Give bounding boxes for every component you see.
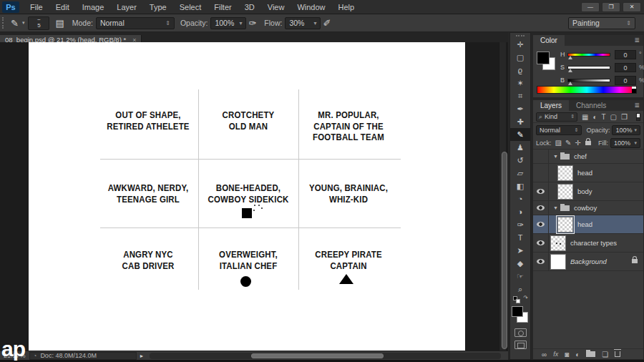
layer-thumbnail[interactable] <box>550 254 566 270</box>
horizontal-scrollbar-thumb[interactable] <box>251 353 384 358</box>
foreground-color-swatch[interactable] <box>512 306 523 317</box>
menu-filter[interactable]: Filter <box>208 0 238 14</box>
hue-value-field[interactable]: 0 <box>615 50 636 59</box>
layer-style-icon[interactable]: fx <box>553 351 558 358</box>
history-brush-tool[interactable]: ↺ <box>510 154 530 167</box>
lasso-tool[interactable]: ϱ <box>510 64 530 77</box>
dodge-tool[interactable]: ◑ <box>510 205 530 218</box>
tool-preset-arrow-icon[interactable]: ▾ <box>22 20 25 26</box>
menu-window[interactable]: Window <box>291 0 331 14</box>
status-flyout-arrow-icon[interactable]: ► <box>140 353 145 358</box>
menu-layer[interactable]: Layer <box>110 0 143 14</box>
menu-file[interactable]: File <box>24 0 49 14</box>
opacity-select[interactable]: 100% ▾ <box>210 17 246 29</box>
gradient-tool[interactable]: ◧ <box>510 180 530 192</box>
menu-3d[interactable]: 3D <box>238 0 261 14</box>
layer-thumbnail[interactable] <box>557 217 573 233</box>
eye-icon[interactable] <box>537 205 545 210</box>
eyedropper-tool[interactable]: ✒ <box>510 102 530 115</box>
filter-type-layers-icon[interactable]: T <box>602 113 606 121</box>
brightness-slider[interactable] <box>567 79 610 82</box>
layer-chef-head[interactable]: head <box>533 164 643 182</box>
menu-edit[interactable]: Edit <box>49 0 76 14</box>
slider-thumb[interactable] <box>568 69 572 72</box>
lock-position-icon[interactable]: ✛ <box>575 139 580 147</box>
eye-icon[interactable] <box>537 222 545 227</box>
saturation-slider[interactable] <box>567 66 610 69</box>
vertical-scrollbar[interactable] <box>499 42 506 351</box>
minimize-button[interactable]: — <box>581 2 600 12</box>
pen-tool[interactable]: ✑ <box>510 218 530 231</box>
new-layer-icon[interactable]: ❏ <box>602 351 608 358</box>
menu-help[interactable]: Help <box>332 0 361 14</box>
brightness-value-field[interactable]: 0 <box>615 76 636 85</box>
zoom-tool[interactable]: ⌕ <box>510 283 530 295</box>
layer-thumbnail[interactable] <box>557 165 573 181</box>
default-background-icon[interactable] <box>516 299 520 303</box>
panel-menu-icon[interactable]: ≣ <box>634 35 643 46</box>
filter-smart-objects-icon[interactable]: ❐ <box>621 113 628 121</box>
layer-cowboy-head-selected[interactable]: head <box>533 215 643 234</box>
brush-tool[interactable]: ✎ <box>510 128 530 141</box>
delete-layer-icon[interactable] <box>615 351 620 357</box>
layer-group-chef[interactable]: ▼ chef <box>533 150 643 164</box>
tab-layers[interactable]: Layers <box>533 100 569 111</box>
add-mask-icon[interactable]: ◙ <box>565 351 569 358</box>
vertical-scrollbar-thumb[interactable] <box>502 152 507 349</box>
current-tool-icon[interactable]: ✎ <box>11 18 19 29</box>
close-button[interactable]: ✕ <box>623 2 641 12</box>
clone-stamp-tool[interactable]: ♟ <box>510 141 530 154</box>
lock-all-icon[interactable] <box>585 141 591 145</box>
healing-brush-tool[interactable]: ✚ <box>510 115 530 128</box>
swap-colors-icon[interactable]: ↷ <box>523 295 528 301</box>
quick-mask-button[interactable] <box>514 328 527 337</box>
visibility-toggle[interactable] <box>533 182 549 200</box>
shape-tool[interactable]: ◆ <box>510 257 530 270</box>
magic-wand-tool[interactable]: ✶ <box>510 77 530 89</box>
type-tool[interactable]: T <box>510 231 530 244</box>
saturation-value-field[interactable]: 0 <box>615 63 636 72</box>
black-swatch[interactable] <box>632 89 636 93</box>
filter-toggle-switch[interactable] <box>636 113 640 121</box>
airbrush-toggle-icon[interactable]: ✐ <box>323 18 331 29</box>
visibility-toggle[interactable] <box>533 150 549 163</box>
layer-opacity-select[interactable]: 100% ▾ <box>612 125 640 135</box>
tablet-pressure-opacity-icon[interactable]: ✑ <box>248 18 256 29</box>
visibility-toggle[interactable] <box>533 215 549 233</box>
move-tool[interactable]: ✛ <box>510 38 530 51</box>
toolbar-grip[interactable] <box>516 35 525 36</box>
filter-shape-layers-icon[interactable]: ▢ <box>610 113 617 121</box>
group-expand-icon[interactable]: ▼ <box>553 154 558 159</box>
eye-icon[interactable] <box>537 259 545 264</box>
eye-icon[interactable] <box>537 240 545 245</box>
slider-thumb[interactable] <box>568 56 572 59</box>
brush-preset-picker[interactable]: ~ 5 <box>28 16 49 30</box>
default-colors-control[interactable]: ↷ <box>512 296 529 304</box>
filter-adjustment-layers-icon[interactable]: ◐ <box>592 113 597 121</box>
lock-paint-icon[interactable]: ✎ <box>565 139 571 147</box>
layer-group-cowboy[interactable]: ▼ cowboy <box>533 201 643 215</box>
canvas[interactable]: OUT OF SHAPE,RETIRED ATHELETE CROTCHETYO… <box>29 42 465 351</box>
hue-slider[interactable] <box>567 53 610 57</box>
layer-character-types[interactable]: character types <box>533 234 643 253</box>
visibility-toggle[interactable] <box>533 164 549 182</box>
workspace-select[interactable]: Painting ⇕ <box>568 17 635 29</box>
brush-panel-toggle-icon[interactable]: ▤ <box>55 18 64 29</box>
foreground-color-swatch[interactable] <box>537 52 550 64</box>
new-group-icon[interactable] <box>586 351 595 357</box>
color-spectrum-ramp[interactable] <box>537 86 637 94</box>
marquee-tool[interactable]: ▢ <box>510 51 530 64</box>
blur-tool[interactable]: ◔ <box>510 192 530 205</box>
eraser-tool[interactable]: ▱ <box>510 167 530 180</box>
panel-menu-icon[interactable]: ≣ <box>634 100 643 111</box>
eye-icon[interactable] <box>537 189 545 194</box>
link-layers-icon[interactable]: ∞ <box>542 351 547 358</box>
visibility-toggle[interactable] <box>533 253 549 270</box>
tab-channels[interactable]: Channels <box>569 100 613 111</box>
layer-fill-select[interactable]: 100% ▾ <box>610 138 640 148</box>
slider-thumb[interactable] <box>568 82 572 85</box>
visibility-toggle[interactable] <box>533 234 549 252</box>
blend-mode-select[interactable]: Normal ⇕ <box>96 17 175 29</box>
adjustment-layer-icon[interactable]: ◐ <box>575 351 580 358</box>
path-select-tool[interactable]: ➤ <box>510 244 530 257</box>
